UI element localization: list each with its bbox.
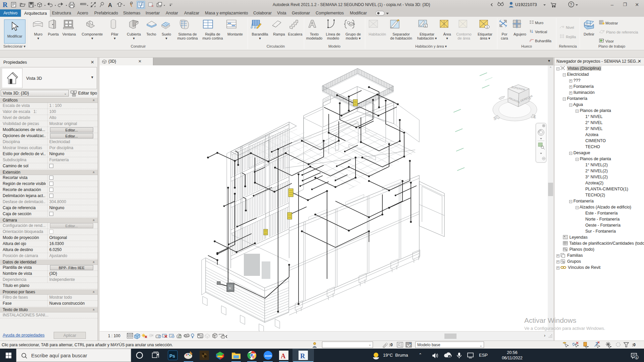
svg-text:A: A [281,352,286,360]
svg-text:zoom: zoom [265,354,272,357]
svg-text:?: ? [570,2,572,7]
svg-text:Ps: Ps [169,353,175,359]
svg-text:R: R [300,352,305,360]
svg-text:N: N [229,287,231,289]
svg-text:E: E [534,115,536,119]
svg-text:U19221073: U19221073 [515,2,537,7]
svg-text:R: R [3,1,8,8]
svg-text:1: 1 [425,24,427,27]
svg-text:A: A [108,2,112,8]
svg-text:1: 1 [486,25,488,28]
svg-text:5: 5 [636,356,638,359]
